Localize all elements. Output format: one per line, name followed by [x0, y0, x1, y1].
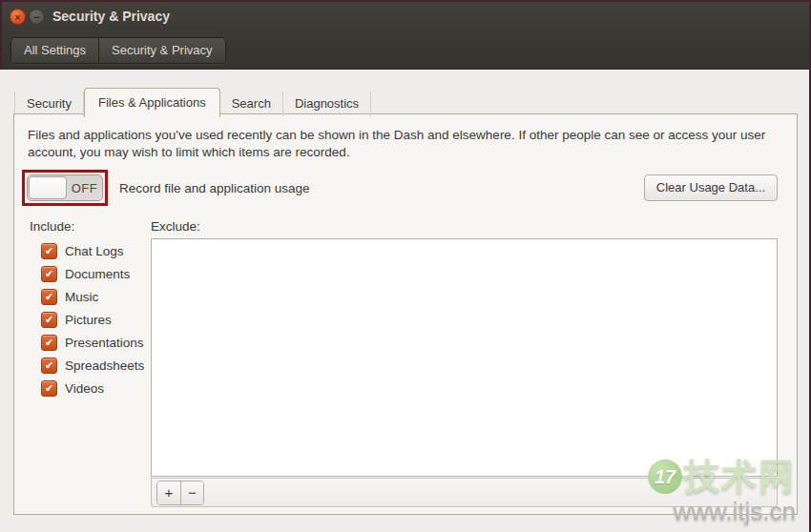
checkbox-documents[interactable]: ✔: [41, 266, 57, 282]
include-section: Include: ✔ Chat Logs ✔ Documents ✔ Music…: [28, 219, 150, 507]
include-item-presentations: ✔ Presentations: [41, 335, 150, 351]
checkbox-presentations[interactable]: ✔: [41, 335, 57, 351]
tab-security[interactable]: Security: [14, 92, 84, 116]
minimize-icon: −: [33, 11, 39, 23]
description-text: Files and applications you've used recen…: [28, 127, 783, 161]
highlight-annotation: OFF: [22, 170, 108, 206]
record-usage-row: OFF Record file and application usage Cl…: [22, 170, 778, 206]
add-exclude-button[interactable]: +: [157, 481, 180, 504]
clear-usage-data-button[interactable]: Clear Usage Data...: [644, 174, 778, 201]
check-icon: ✔: [45, 291, 53, 303]
record-usage-toggle[interactable]: OFF: [27, 174, 103, 201]
tab-files-applications[interactable]: Files & Applications: [84, 88, 220, 117]
exclude-list[interactable]: [151, 238, 778, 477]
check-icon: ✔: [45, 382, 53, 395]
window-title: Security & Privacy: [52, 2, 170, 31]
remove-exclude-button[interactable]: −: [180, 481, 203, 504]
tab-search[interactable]: Search: [220, 92, 283, 116]
security-privacy-window: × − Security & Privacy All Settings Secu…: [0, 0, 811, 532]
record-usage-label: Record file and application usage: [119, 181, 310, 195]
include-item-videos: ✔ Videos: [41, 380, 150, 397]
checkbox-music[interactable]: ✔: [41, 289, 57, 305]
tab-diagnostics[interactable]: Diagnostics: [283, 92, 371, 116]
breadcrumb-all-settings[interactable]: All Settings: [11, 38, 98, 63]
include-exclude-columns: Include: ✔ Chat Logs ✔ Documents ✔ Music…: [28, 219, 778, 507]
include-label: Include:: [30, 219, 150, 234]
exclude-toolbar-buttons: + −: [156, 481, 204, 505]
minimize-button[interactable]: −: [29, 9, 45, 25]
include-item-spreadsheets: ✔ Spreadsheets: [41, 358, 150, 374]
exclude-label: Exclude:: [151, 219, 778, 234]
files-applications-panel: Files and applications you've used recen…: [13, 113, 798, 515]
breadcrumb: All Settings Security & Privacy: [10, 37, 226, 64]
toggle-state-label: OFF: [67, 181, 102, 195]
checkbox-chat-logs[interactable]: ✔: [41, 243, 57, 259]
tab-bar: Security Files & Applications Search Dia…: [14, 88, 371, 116]
check-icon: ✔: [45, 268, 53, 280]
close-icon: ×: [14, 11, 20, 23]
breadcrumb-security-privacy[interactable]: Security & Privacy: [98, 38, 224, 63]
check-icon: ✔: [45, 359, 53, 372]
include-item-pictures: ✔ Pictures: [41, 312, 150, 328]
include-item-music: ✔ Music: [41, 289, 150, 305]
check-icon: ✔: [45, 245, 53, 257]
check-icon: ✔: [45, 314, 53, 326]
exclude-toolbar: + −: [151, 478, 778, 507]
titlebar: × − Security & Privacy: [2, 2, 809, 31]
include-item-documents: ✔ Documents: [41, 266, 150, 282]
checkbox-spreadsheets[interactable]: ✔: [41, 358, 57, 374]
toggle-knob[interactable]: [29, 176, 67, 199]
include-item-chat-logs: ✔ Chat Logs: [41, 243, 150, 259]
close-button[interactable]: ×: [10, 9, 26, 25]
exclude-section: Exclude: + −: [151, 219, 778, 507]
check-icon: ✔: [45, 337, 53, 349]
window-header: × − Security & Privacy All Settings Secu…: [0, 2, 809, 70]
checkbox-pictures[interactable]: ✔: [41, 312, 57, 328]
checkbox-videos[interactable]: ✔: [41, 380, 57, 397]
